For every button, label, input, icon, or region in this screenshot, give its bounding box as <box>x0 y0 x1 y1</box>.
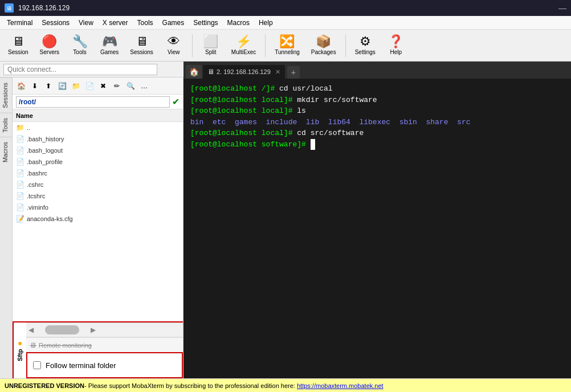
sftp-upload-btn[interactable]: ⬆ <box>42 80 55 92</box>
file-name: .. <box>27 124 30 131</box>
toolbar-games[interactable]: 🎮 Games <box>97 34 122 56</box>
multiexec-icon: ⚡ <box>236 35 251 48</box>
toolbar-help[interactable]: ❓ Help <box>384 34 409 56</box>
view-label: View <box>168 49 180 55</box>
menu-tools[interactable]: Tools <box>133 18 158 28</box>
unregistered-label: UNREGISTERED VERSION <box>5 382 84 389</box>
sftp-edit-btn[interactable]: ✏ <box>111 80 123 92</box>
scroll-left-arrow[interactable]: ◀ <box>28 326 34 334</box>
sftp-search-btn[interactable]: 🔍 <box>124 80 137 92</box>
toolbar-multiexec[interactable]: ⚡ MultiExec <box>228 34 259 56</box>
sftp-download-btn[interactable]: ⬇ <box>28 80 41 92</box>
file-name: .bashrc <box>27 170 47 177</box>
file-item-bash-history[interactable]: 📄 .bash_history <box>13 133 183 145</box>
file-icon: 📄 <box>16 158 25 166</box>
app-icon: 🖥 <box>5 3 14 13</box>
toolbar-tunneling[interactable]: 🔀 Tunneling <box>271 34 303 56</box>
file-item-tcshrc[interactable]: 📄 .tcshrc <box>13 190 183 202</box>
panel-body: Sessions Tools Macros 🏠 ⬇ ⬆ 🔄 📁 📄 ✖ ✏ 🔍 <box>0 77 183 378</box>
sftp-folder-btn[interactable]: 📁 <box>70 80 82 92</box>
sidebar-item-macros[interactable]: Macros <box>0 137 12 167</box>
sessions-label: Sessions <box>130 49 153 55</box>
menu-xserver[interactable]: X server <box>98 18 133 28</box>
packages-label: Packages <box>311 49 336 55</box>
terminal-line-2: [root@localhost local]# mkdir src/softwa… <box>190 95 564 106</box>
tab-home-btn[interactable]: 🏠 <box>186 65 202 79</box>
toolbar-session[interactable]: 🖥 Session <box>5 34 32 56</box>
follow-terminal-checkbox[interactable] <box>33 361 41 369</box>
path-input[interactable] <box>16 96 170 108</box>
menu-games[interactable]: Games <box>158 18 189 28</box>
file-list-header: Name <box>13 109 183 122</box>
file-item-cshrc[interactable]: 📄 .cshrc <box>13 179 183 190</box>
file-list[interactable]: 📁 .. 📄 .bash_history 📄 .bash_logout 📄 .b… <box>13 122 183 321</box>
file-icon: 📄 <box>16 192 25 200</box>
sftp-delete-btn[interactable]: ✖ <box>97 80 109 92</box>
toolbar-view[interactable]: 👁 View <box>161 34 186 56</box>
menu-sessions[interactable]: Sessions <box>37 18 74 28</box>
scroll-thumb[interactable] <box>45 325 79 334</box>
file-icon: 📄 <box>16 146 25 154</box>
sftp-right-section: ◀ ▶ 🖥 Remote monitoring Follow te <box>26 322 183 378</box>
toolbar-tools[interactable]: 🔧 Tools <box>67 34 92 56</box>
sftp-more-btn[interactable]: … <box>138 80 150 92</box>
mobatek-link[interactable]: https://mobaxterm.mobatek.net <box>297 382 384 389</box>
scroll-area[interactable]: ◀ ▶ <box>26 322 183 337</box>
file-item-bashrc[interactable]: 📄 .bashrc <box>13 168 183 179</box>
quick-connect-bar <box>0 62 183 77</box>
toolbar-servers[interactable]: 🔴 Servers <box>36 34 63 56</box>
toolbar-packages[interactable]: 📦 Packages <box>308 34 340 56</box>
file-item-bash-profile[interactable]: 📄 .bash_profile <box>13 156 183 168</box>
remote-monitoring: 🖥 Remote monitoring <box>26 337 183 352</box>
menu-view[interactable]: View <box>74 18 98 28</box>
quick-connect-input[interactable] <box>3 64 157 75</box>
sftp-badge: Sftp ● <box>13 322 26 378</box>
scroll-right-arrow[interactable]: ▶ <box>91 326 96 334</box>
session-label: Session <box>8 49 28 55</box>
remote-monitoring-label: Remote monitoring <box>39 342 92 349</box>
menu-macros[interactable]: Macros <box>223 18 254 28</box>
toolbar-settings[interactable]: ⚙ Settings <box>352 34 379 56</box>
config-icon: 📝 <box>16 215 25 223</box>
file-name: anaconda-ks.cfg <box>27 215 73 222</box>
menu-help[interactable]: Help <box>254 18 278 28</box>
close-btn[interactable]: — <box>558 3 566 13</box>
sidebar-item-sessions[interactable]: Sessions <box>0 77 12 113</box>
sidebar-item-tools[interactable]: Tools <box>0 113 12 137</box>
path-ok-btn[interactable]: ✔ <box>172 96 180 107</box>
sftp-refresh-btn[interactable]: 🔄 <box>56 80 68 92</box>
file-panel: 🏠 ⬇ ⬆ 🔄 📁 📄 ✖ ✏ 🔍 … ✔ <box>13 77 183 378</box>
terminal-line-5: [root@localhost local]# cd src/software <box>190 128 564 139</box>
terminal-output[interactable]: [root@localhost /]# cd usr/local [root@l… <box>183 79 571 378</box>
toolbar-separator-3 <box>345 34 346 57</box>
file-name: .cshrc <box>27 181 43 188</box>
menu-settings[interactable]: Settings <box>189 18 222 28</box>
sftp-home-btn[interactable]: 🏠 <box>15 80 27 92</box>
follow-terminal-container: Follow terminal folder <box>26 352 183 378</box>
file-name: .bash_history <box>27 136 64 142</box>
sftp-file-btn[interactable]: 📄 <box>83 80 96 92</box>
split-icon: ⬜ <box>203 35 218 48</box>
tab-close-btn[interactable]: ✕ <box>275 68 280 76</box>
terminal-tab-1[interactable]: 🖥 2. 192.168.126.129 ✕ <box>203 65 285 79</box>
follow-terminal-label: Follow terminal folder <box>46 361 116 370</box>
servers-icon: 🔴 <box>42 35 57 48</box>
tools-label: Tools <box>73 49 86 55</box>
left-panel: Sessions Tools Macros 🏠 ⬇ ⬆ 🔄 📁 📄 ✖ ✏ 🔍 <box>0 62 183 378</box>
multiexec-label: MultiExec <box>231 49 256 55</box>
file-item-viminfo[interactable]: 📄 .viminfo <box>13 202 183 213</box>
toolbar-split[interactable]: ⬜ Split <box>198 34 223 56</box>
file-name: .viminfo <box>27 204 48 211</box>
toolbar-sessions[interactable]: 🖥 Sessions <box>127 34 157 56</box>
file-item-bash-logout[interactable]: 📄 .bash_logout <box>13 145 183 156</box>
help-label: Help <box>390 49 402 55</box>
file-item-dotdot[interactable]: 📁 .. <box>13 122 183 133</box>
folder-icon: 📁 <box>16 124 25 132</box>
file-icon: 📄 <box>16 203 25 211</box>
menu-terminal[interactable]: Terminal <box>2 18 37 28</box>
help-icon: ❓ <box>388 35 403 48</box>
tab-bar: 🏠 🖥 2. 192.168.126.129 ✕ + <box>183 62 571 79</box>
new-tab-btn[interactable]: + <box>287 66 300 79</box>
file-item-anaconda[interactable]: 📝 anaconda-ks.cfg <box>13 213 183 224</box>
terminal-line-1: [root@localhost /]# cd usr/local <box>190 83 564 95</box>
